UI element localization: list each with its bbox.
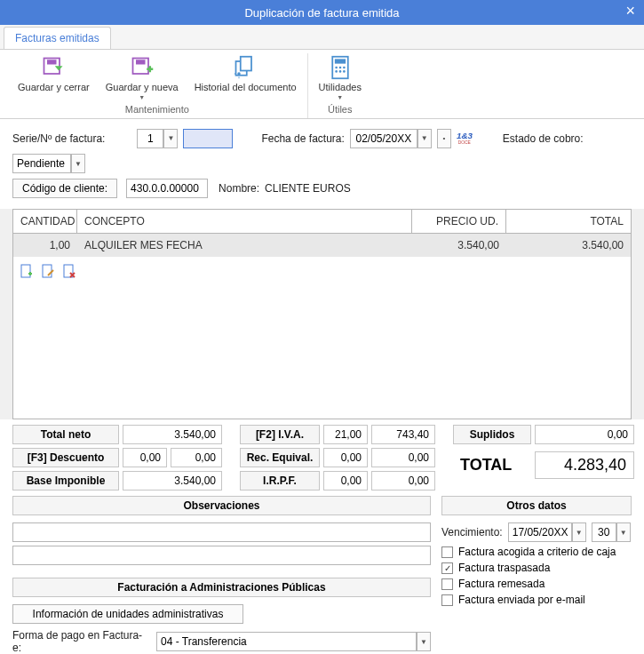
grand-total-label: TOTAL — [453, 452, 531, 478]
save-new-button[interactable]: Guardar y nueva ▼ — [102, 53, 182, 102]
chk-remesada[interactable] — [441, 578, 453, 590]
info-unidades-button[interactable]: Información de unidades administrativas — [12, 604, 243, 624]
ribbon-group-maint-label: Mantenimiento — [14, 102, 300, 118]
line-items-grid: CANTIDAD CONCEPTO PRECIO UD. TOTAL 1,00 … — [12, 209, 632, 419]
tab-facturas[interactable]: Facturas emitidas — [4, 27, 111, 49]
numero-input[interactable] — [183, 129, 233, 148]
irpf-pct[interactable]: 0,00 — [323, 471, 368, 490]
vencimiento-dias-dropdown[interactable]: ▼ — [616, 522, 631, 542]
svg-rect-3 — [136, 60, 146, 64]
svg-point-12 — [335, 70, 338, 73]
svg-point-6 — [237, 72, 241, 76]
iva-value: 743,40 — [371, 425, 435, 444]
svg-rect-5 — [241, 57, 251, 71]
total-neto-label: Total neto — [12, 425, 119, 444]
cell-concepto: ALQUILER MES FECHA — [77, 234, 412, 257]
add-line-icon[interactable] — [19, 262, 35, 280]
fecha-input[interactable] — [350, 129, 417, 148]
nombre-value: CLIENTE EUROS — [265, 182, 351, 195]
window-title: Duplicación de factura emitida — [244, 6, 399, 20]
rec-label: Rec. Equival. — [240, 448, 320, 467]
serie-dropdown[interactable]: ▼ — [163, 129, 178, 148]
observaciones-input-1[interactable] — [12, 522, 431, 542]
col-total[interactable]: TOTAL — [506, 210, 631, 234]
estado-input[interactable] — [12, 154, 71, 173]
tab-strip: Facturas emitidas — [0, 25, 644, 50]
col-concepto[interactable]: CONCEPTO — [77, 210, 412, 234]
svg-point-11 — [343, 67, 346, 69]
history-button[interactable]: Historial del documento — [191, 53, 300, 102]
chevron-down-icon: ▼ — [337, 94, 343, 100]
cell-total: 3.540,00 — [506, 234, 631, 257]
irpf-value: 0,00 — [371, 471, 435, 490]
save-new-icon — [129, 55, 155, 80]
chk-traspasada[interactable]: ✓ — [441, 562, 453, 574]
chk-criterio-caja[interactable] — [441, 546, 453, 558]
fecha-dropdown[interactable]: ▼ — [417, 129, 432, 148]
table-row[interactable]: 1,00 ALQUILER MES FECHA 3.540,00 3.540,0… — [13, 234, 631, 257]
chk-email-label: Factura enviada por e-mail — [458, 594, 585, 606]
svg-text:DOCE: DOCE — [457, 140, 471, 145]
svg-rect-8 — [335, 59, 346, 63]
forma-pago-label: Forma de pago en Factura-e: — [12, 629, 151, 654]
svg-point-13 — [338, 70, 341, 73]
fecha-step[interactable]: • — [437, 129, 451, 148]
grand-total-value: 4.283,40 — [535, 451, 634, 479]
nombre-label: Nombre: — [219, 182, 259, 195]
observaciones-input-2[interactable] — [12, 546, 431, 565]
svg-point-10 — [338, 67, 341, 69]
close-icon[interactable]: × — [625, 2, 635, 20]
cell-cantidad: 1,00 — [13, 234, 77, 257]
chk-remesada-label: Factura remesada — [458, 578, 545, 590]
brand-icon[interactable]: 1&3DOCE — [457, 128, 480, 148]
rec-value: 0,00 — [371, 448, 435, 467]
utilities-button[interactable]: Utilidades ▼ — [315, 53, 365, 102]
col-precio[interactable]: PRECIO UD. — [412, 210, 506, 234]
chk-traspasada-label: Factura traspasada — [458, 562, 550, 574]
fact-pub-header: Facturación a Administraciones Públicas — [12, 578, 431, 597]
forma-pago-dropdown[interactable]: ▼ — [417, 632, 431, 651]
total-neto-value: 3.540,00 — [123, 425, 222, 444]
iva-label: [F2] I.V.A. — [240, 425, 320, 444]
chk-email[interactable] — [441, 594, 453, 606]
col-cantidad[interactable]: CANTIDAD — [13, 210, 77, 234]
base-value: 3.540,00 — [123, 471, 222, 490]
observaciones-header: Observaciones — [12, 496, 431, 515]
vencimiento-dias-input[interactable] — [592, 522, 616, 542]
vencimiento-input[interactable] — [508, 522, 572, 542]
serie-input[interactable] — [137, 129, 163, 148]
descuento-label: [F3] Descuento — [12, 448, 119, 467]
cell-precio: 3.540,00 — [412, 234, 506, 257]
delete-line-icon[interactable] — [61, 262, 77, 280]
title-bar: Duplicación de factura emitida × — [0, 0, 644, 25]
vencimiento-label: Vencimiento: — [441, 526, 503, 538]
chevron-down-icon: ▼ — [139, 94, 145, 100]
vencimiento-dropdown[interactable]: ▼ — [572, 522, 586, 542]
descuento-pct[interactable]: 0,00 — [123, 448, 167, 467]
suplidos-value[interactable]: 0,00 — [535, 425, 634, 444]
svg-text:1&3: 1&3 — [457, 131, 473, 140]
estado-label: Estado de cobro: — [503, 132, 584, 145]
forma-pago-input[interactable] — [156, 632, 417, 651]
svg-rect-17 — [21, 265, 30, 277]
descuento-value: 0,00 — [171, 448, 222, 467]
estado-dropdown[interactable]: ▼ — [71, 154, 85, 173]
svg-point-9 — [335, 67, 338, 69]
save-close-button[interactable]: Guardar y cerrar — [14, 53, 93, 102]
iva-pct[interactable]: 21,00 — [323, 425, 368, 444]
chk-criterio-caja-label: Factura acogida a criterio de caja — [458, 546, 616, 558]
serie-label: Serie/Nº de factura: — [12, 132, 105, 145]
history-icon — [232, 55, 258, 80]
svg-point-14 — [343, 70, 346, 73]
calculator-icon — [327, 55, 354, 80]
edit-line-icon[interactable] — [40, 262, 56, 280]
otros-datos-header: Otros datos — [441, 496, 632, 515]
fecha-label: Fecha de factura: — [261, 132, 344, 145]
svg-rect-1 — [47, 60, 57, 64]
rec-pct[interactable]: 0,00 — [323, 448, 368, 467]
base-label: Base Imponible — [12, 471, 119, 490]
codigo-cliente-input[interactable] — [126, 179, 208, 198]
codigo-cliente-button[interactable]: Código de cliente: — [12, 179, 117, 198]
grid-header: CANTIDAD CONCEPTO PRECIO UD. TOTAL — [13, 210, 631, 234]
save-close-icon — [40, 55, 67, 80]
